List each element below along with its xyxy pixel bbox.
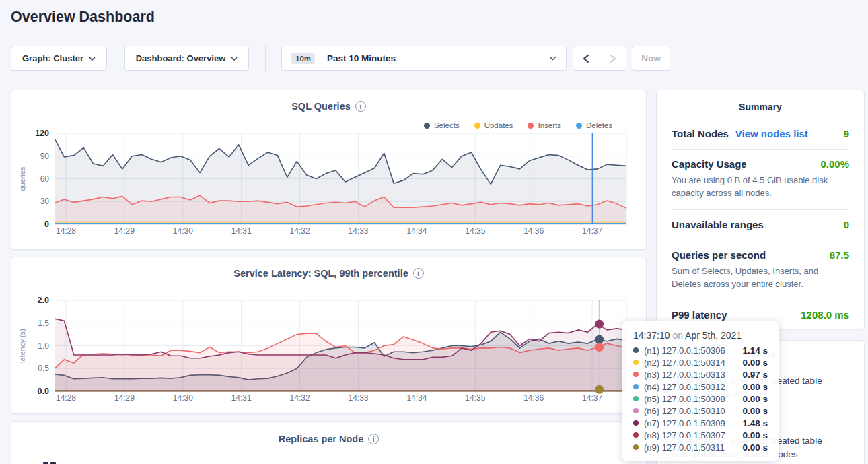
info-icon[interactable]: i xyxy=(355,101,366,112)
dashboard-dropdown-label: Dashboard: Overview xyxy=(136,53,226,63)
node-address: (n7) 127.0.0.1:50309 xyxy=(644,418,738,428)
svg-text:14:30: 14:30 xyxy=(173,226,193,236)
svg-text:0: 0 xyxy=(44,220,49,229)
page-title: Overview Dashboard xyxy=(11,9,155,26)
legend-item-deletes[interactable]: Deletes xyxy=(576,121,612,129)
view-nodes-list-link[interactable]: View nodes list xyxy=(735,128,808,139)
tooltip-node-row: (n9) 127.0.0.1:503110.00 s xyxy=(633,441,768,453)
summary-label: Queries per second xyxy=(672,249,766,261)
summary-row-capacity: Capacity Usage 0.00% You are using 0 B o… xyxy=(672,150,849,210)
legend-label: Updates xyxy=(484,121,513,129)
svg-text:queries: queries xyxy=(18,166,26,191)
node-color-dot xyxy=(633,420,639,426)
sql-queries-chart[interactable]: 14:2814:2914:3014:3114:3214:3314:3414:35… xyxy=(11,90,647,251)
legend-label: Inserts xyxy=(538,121,561,129)
svg-text:60: 60 xyxy=(40,174,50,184)
node-address: (n3) 127.0.0.1:50313 xyxy=(644,370,738,380)
tooltip-node-row: (n7) 127.0.0.1:503091.48 s xyxy=(633,417,768,429)
svg-text:14:34: 14:34 xyxy=(406,393,427,403)
svg-text:14:28: 14:28 xyxy=(56,393,76,403)
legend-item-selects[interactable]: Selects xyxy=(424,121,460,129)
svg-text:14:37: 14:37 xyxy=(582,226,602,236)
node-address: (n5) 127.0.0.1:50308 xyxy=(644,394,738,404)
graph-dropdown[interactable]: Graph: Cluster xyxy=(11,46,107,71)
legend-item-updates[interactable]: Updates xyxy=(474,121,513,129)
service-latency-title: Service Latency: SQL, 99th percentile xyxy=(233,268,408,279)
chevron-left-icon xyxy=(583,54,589,63)
svg-text:14:32: 14:32 xyxy=(290,393,310,403)
svg-text:14:31: 14:31 xyxy=(231,226,252,236)
now-button-label: Now xyxy=(641,53,661,63)
legend-dot xyxy=(528,123,534,129)
overview-dashboard-page: Overview Dashboard Graph: Cluster Dashbo… xyxy=(0,0,868,464)
info-icon[interactable]: i xyxy=(413,268,424,279)
summary-label: Capacity Usage xyxy=(672,158,747,170)
tooltip-node-row: (n5) 127.0.0.1:503080.00 s xyxy=(633,393,768,405)
svg-text:14:34: 14:34 xyxy=(406,226,427,236)
node-color-dot xyxy=(633,372,639,377)
summary-panel: Summary Total Nodes View nodes list 9 Ca… xyxy=(656,90,865,329)
node-latency-value: 0.00 s xyxy=(742,442,768,453)
svg-text:14:36: 14:36 xyxy=(523,393,544,403)
time-next-button[interactable] xyxy=(600,46,626,70)
node-color-dot xyxy=(633,432,639,438)
chevron-down-icon xyxy=(231,57,238,61)
node-color-dot xyxy=(633,347,639,353)
dashboard-dropdown[interactable]: Dashboard: Overview xyxy=(124,46,249,71)
svg-text:14:37: 14:37 xyxy=(582,393,602,403)
svg-text:14:29: 14:29 xyxy=(114,393,135,403)
node-color-dot xyxy=(633,396,639,401)
svg-text:0.0: 0.0 xyxy=(38,387,49,396)
summary-value: 1208.0 ms xyxy=(801,309,849,321)
sql-queries-legend: SelectsUpdatesInsertsDeletes xyxy=(424,121,612,129)
summary-label: P99 latency xyxy=(672,309,727,321)
svg-text:14:33: 14:33 xyxy=(348,393,368,403)
legend-dot xyxy=(576,123,582,129)
node-latency-value: 0.00 s xyxy=(742,406,768,416)
svg-text:1.0: 1.0 xyxy=(38,341,49,351)
node-latency-value: 1.48 s xyxy=(742,418,768,428)
graph-dropdown-label: Graph: Cluster xyxy=(22,53,83,63)
node-latency-value: 0.00 s xyxy=(742,382,768,392)
replicas-panel: Replicas per Node i xyxy=(11,421,647,464)
legend-label: Deletes xyxy=(586,121,612,129)
node-color-dot xyxy=(633,360,639,365)
tooltip-node-row: (n8) 127.0.0.1:503070.00 s xyxy=(633,429,768,441)
svg-text:14:35: 14:35 xyxy=(465,226,485,236)
tooltip-timestamp: 14:37:10 on Apr 5th, 2021 xyxy=(633,330,768,341)
service-latency-chart[interactable]: 14:2814:2914:3014:3114:3214:3314:3414:35… xyxy=(11,257,647,415)
svg-text:14:28: 14:28 xyxy=(56,226,76,236)
tooltip-node-row: (n6) 127.0.0.1:503100.00 s xyxy=(633,405,768,417)
time-range-dropdown[interactable]: 10m Past 10 Minutes xyxy=(281,46,567,71)
svg-text:30: 30 xyxy=(40,197,50,206)
node-color-dot xyxy=(633,408,639,413)
summary-description: You are using 0 B of 4.5 GiB usable disk… xyxy=(672,174,849,200)
summary-description: Sum of Selects, Updates, Inserts, and De… xyxy=(672,265,849,291)
time-prev-button[interactable] xyxy=(573,46,600,70)
svg-text:90: 90 xyxy=(40,152,50,161)
node-color-dot xyxy=(633,444,639,450)
svg-text:14:31: 14:31 xyxy=(231,393,252,403)
sql-queries-panel: SQL Queries i SelectsUpdatesInsertsDelet… xyxy=(11,90,647,250)
svg-text:14:30: 14:30 xyxy=(173,393,193,403)
svg-text:latency (s): latency (s) xyxy=(18,329,26,363)
time-range-badge: 10m xyxy=(291,53,315,64)
node-latency-value: 0.00 s xyxy=(742,394,768,404)
legend-item-inserts[interactable]: Inserts xyxy=(528,121,561,129)
now-button[interactable]: Now xyxy=(632,46,670,71)
chevron-down-icon xyxy=(89,57,96,61)
svg-text:1.5: 1.5 xyxy=(38,319,49,328)
node-address: (n8) 127.0.0.1:50307 xyxy=(644,430,738,440)
node-latency-value: 0.00 s xyxy=(742,430,768,440)
summary-value: 87.5 xyxy=(830,249,849,261)
tooltip-node-row: (n3) 127.0.0.1:503130.97 s xyxy=(633,368,768,380)
svg-text:14:29: 14:29 xyxy=(114,226,135,236)
svg-text:2.0: 2.0 xyxy=(38,296,49,305)
info-icon[interactable]: i xyxy=(368,434,379,444)
node-address: (n9) 127.0.0.1:50311 xyxy=(644,442,738,453)
toolbar-divider xyxy=(265,46,266,71)
svg-text:14:32: 14:32 xyxy=(290,226,310,236)
svg-text:14:36: 14:36 xyxy=(523,226,544,236)
time-range-label: Past 10 Minutes xyxy=(327,53,544,63)
summary-row-total-nodes: Total Nodes View nodes list 9 xyxy=(672,119,849,150)
